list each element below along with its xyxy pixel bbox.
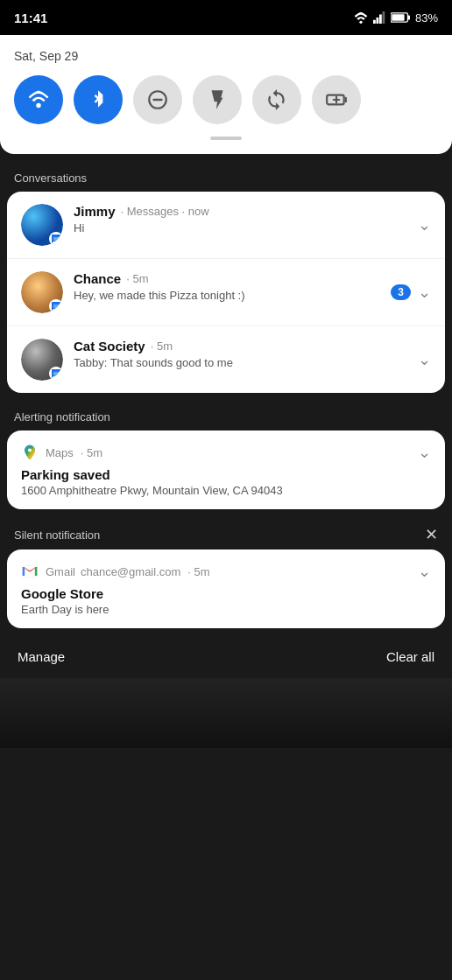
- svg-rect-6: [408, 15, 410, 19]
- conversation-jimmy[interactable]: Jimmy · Messages · now Hi ⌄: [7, 192, 445, 259]
- gmail-time: · 5m: [187, 565, 209, 578]
- conv-header-chance: Chance · 5m: [74, 271, 431, 286]
- conv-meta-chance: · 5m: [126, 272, 148, 285]
- svg-rect-3: [379, 15, 382, 24]
- svg-point-15: [28, 448, 32, 452]
- conv-content-jimmy: Jimmy · Messages · now Hi: [74, 204, 431, 234]
- silent-card: Gmail chance@gmail.com · 5m ⌄ Google Sto…: [7, 550, 445, 628]
- conv-meta-jimmy: · Messages · now: [121, 205, 209, 218]
- svg-rect-16: [23, 567, 25, 576]
- qs-buttons: [14, 75, 438, 124]
- avatar-chance: [21, 271, 63, 313]
- conv-content-cat-society: Cat Society · 5m Tabby: That sounds good…: [74, 339, 431, 369]
- conv-name-cat-society: Cat Society: [74, 339, 145, 354]
- maps-app-name: Maps: [46, 446, 74, 459]
- dnd-toggle[interactable]: [133, 75, 182, 124]
- svg-rect-7: [392, 14, 404, 21]
- avatar-cat-society: [21, 339, 63, 381]
- maps-app-row: Maps · 5m ⌄: [21, 443, 431, 462]
- bottom-blurred-area: [0, 678, 452, 748]
- conv-meta-cat-society: · 5m: [151, 340, 173, 353]
- wifi-icon: [27, 88, 50, 111]
- status-time: 11:41: [14, 10, 47, 25]
- qs-drag-handle[interactable]: [210, 136, 242, 140]
- signal-status-icon: [373, 11, 385, 24]
- wifi-toggle[interactable]: [14, 75, 63, 124]
- gmail-notif-title: Google Store: [21, 586, 431, 601]
- battery-status-icon: [391, 11, 410, 24]
- chevron-down-icon-maps[interactable]: ⌄: [418, 443, 431, 462]
- bottom-bar: Manage Clear all: [0, 635, 452, 678]
- qs-date: Sat, Sep 29: [14, 49, 438, 63]
- gmail-email: chance@gmail.com: [81, 565, 180, 578]
- messages-app-badge-chance: [49, 299, 63, 313]
- dnd-icon: [146, 88, 169, 111]
- clear-all-button[interactable]: Clear all: [386, 649, 434, 664]
- chevron-down-icon-jimmy[interactable]: ⌄: [418, 215, 431, 234]
- silent-label: Silent notification: [14, 528, 100, 542]
- svg-point-0: [359, 21, 362, 24]
- svg-point-8: [36, 103, 40, 108]
- silent-section-header: Silent notification ✕: [0, 516, 452, 550]
- maps-notif-title: Parking saved: [21, 467, 431, 482]
- messages-app-badge: [49, 232, 63, 246]
- gmail-app-row: Gmail chance@gmail.com · 5m ⌄: [21, 562, 431, 581]
- gmail-icon: [21, 563, 39, 580]
- close-silent-button[interactable]: ✕: [425, 527, 438, 542]
- status-bar: 11:41 83%: [0, 0, 452, 35]
- conv-content-chance: Chance · 5m Hey, we made this Pizza toni…: [74, 271, 431, 302]
- messages-app-badge-cat: [49, 367, 63, 381]
- svg-rect-4: [382, 11, 385, 24]
- maps-time: · 5m: [81, 446, 102, 459]
- svg-rect-1: [373, 20, 376, 24]
- svg-rect-2: [376, 18, 378, 24]
- flashlight-icon: [206, 88, 229, 111]
- maps-notif-body: 1600 Amphitheatre Pkwy, Mountain View, C…: [21, 484, 431, 497]
- conversations-card: Jimmy · Messages · now Hi ⌄ Chance · 5m: [7, 192, 445, 393]
- maps-app-info: Maps · 5m: [21, 444, 102, 461]
- battery-saver-toggle[interactable]: [312, 75, 361, 124]
- alerting-label: Alerting notification: [0, 400, 452, 430]
- rotate-icon: [265, 88, 288, 111]
- gmail-app-name: Gmail: [46, 565, 75, 578]
- flashlight-toggle[interactable]: [193, 75, 242, 124]
- unread-badge-chance: 3: [391, 284, 411, 300]
- chevron-down-icon-cat[interactable]: ⌄: [418, 350, 431, 369]
- manage-button[interactable]: Manage: [18, 649, 65, 664]
- conv-actions-jimmy: ⌄: [418, 215, 431, 234]
- bluetooth-icon: [87, 88, 109, 111]
- conv-name-chance: Chance: [74, 271, 121, 286]
- chevron-down-icon-chance[interactable]: ⌄: [418, 283, 431, 302]
- conversations-label: Conversations: [0, 161, 452, 192]
- status-icons: 83%: [354, 11, 438, 24]
- conv-name-jimmy: Jimmy: [74, 204, 116, 219]
- conversation-cat-society[interactable]: Cat Society · 5m Tabby: That sounds good…: [7, 326, 445, 393]
- autorotate-toggle[interactable]: [252, 75, 301, 124]
- conv-header-cat-society: Cat Society · 5m: [74, 339, 431, 354]
- conv-msg-chance: Hey, we made this Pizza tonight :): [74, 289, 431, 302]
- battery-plus-icon: [325, 88, 348, 111]
- conv-header-jimmy: Jimmy · Messages · now: [74, 204, 431, 219]
- quick-settings-panel: Sat, Sep 29: [0, 35, 452, 154]
- alerting-card: Maps · 5m ⌄ Parking saved 1600 Amphithea…: [7, 430, 445, 509]
- maps-notification[interactable]: Maps · 5m ⌄ Parking saved 1600 Amphithea…: [7, 430, 445, 509]
- conv-msg-jimmy: Hi: [74, 221, 431, 234]
- gmail-app-info: Gmail chance@gmail.com · 5m: [21, 563, 210, 580]
- battery-percent: 83%: [415, 11, 438, 24]
- bluetooth-toggle[interactable]: [74, 75, 123, 124]
- gmail-notif-body: Earth Day is here: [21, 603, 431, 616]
- gmail-notification[interactable]: Gmail chance@gmail.com · 5m ⌄ Google Sto…: [7, 550, 445, 628]
- chevron-down-icon-gmail[interactable]: ⌄: [418, 562, 431, 581]
- conv-actions-cat-society: ⌄: [418, 350, 431, 369]
- maps-icon: [21, 444, 39, 461]
- svg-rect-17: [35, 567, 38, 576]
- avatar-jimmy: [21, 204, 63, 246]
- conv-msg-cat-society: Tabby: That sounds good to me: [74, 356, 431, 369]
- wifi-status-icon: [354, 11, 368, 24]
- conversation-chance[interactable]: Chance · 5m Hey, we made this Pizza toni…: [7, 259, 445, 326]
- conv-actions-chance: 3 ⌄: [391, 283, 431, 302]
